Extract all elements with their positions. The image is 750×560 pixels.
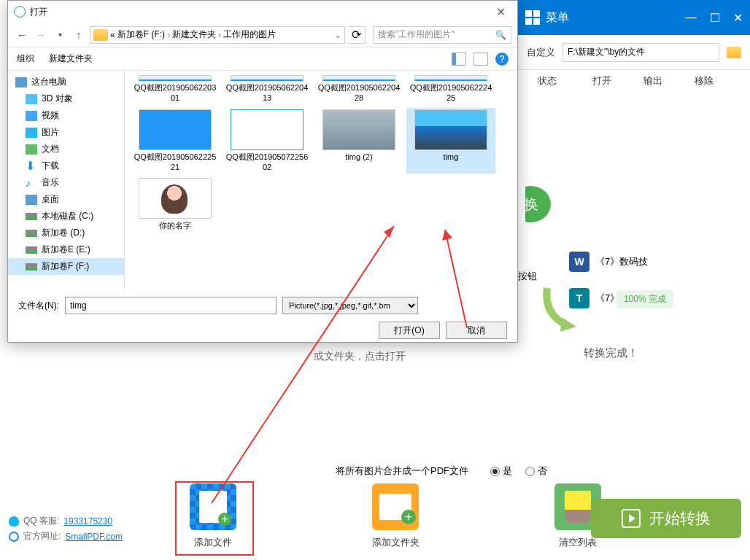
breadcrumb-folder-icon (93, 29, 108, 41)
file-label: timg (444, 152, 459, 162)
file-thumbnail (139, 109, 212, 150)
qq-icon (9, 516, 19, 526)
custom-label: 自定义 (527, 46, 555, 59)
browse-folder-icon[interactable] (727, 47, 741, 58)
output-path-input[interactable] (562, 43, 719, 62)
file-grid: QQ截图20190506220301QQ截图20190506220413QQ截图… (125, 71, 517, 289)
sidebar-drive-f[interactable]: 新加卷F (F:) (8, 258, 124, 275)
sidebar-drive-c[interactable]: 本地磁盘 (C:) (8, 208, 124, 225)
add-folder-icon (372, 483, 419, 530)
nav-recent-icon[interactable]: ▾ (52, 27, 68, 43)
dialog-close-icon[interactable]: ✕ (490, 5, 511, 19)
button-hint: 按钮 (518, 270, 537, 283)
merge-question: 将所有图片合并成一个PDF文件 (336, 464, 468, 478)
file-label: QQ截图20190506220428 (316, 82, 402, 104)
preview-pane-icon[interactable] (473, 52, 488, 66)
app-header: 菜单 — ☐ ✕ (518, 0, 750, 35)
ie-icon (9, 532, 19, 542)
radio-no[interactable]: 否 (525, 464, 547, 478)
window-controls: — ☐ ✕ (685, 11, 743, 25)
help-icon[interactable]: ? (495, 52, 509, 66)
file-label: QQ截图20190507225602 (224, 152, 310, 173)
menu-icon (525, 10, 540, 25)
complete-badge: 100% 完成 (616, 290, 673, 308)
nav-up-icon[interactable]: ↑ (71, 27, 87, 43)
dialog-title: 打开 (30, 6, 47, 18)
file-label: QQ截图20190506222521 (132, 152, 218, 173)
add-folder-button[interactable]: 添加文件夹 (355, 483, 436, 549)
file-thumbnail (414, 75, 487, 81)
filetype-select[interactable]: Picture(*.jpg,*.jpeg,*.gif,*.bm (282, 297, 418, 314)
site-link[interactable]: SmallPDF.com (65, 532, 123, 542)
nav-forward-icon[interactable]: → (33, 27, 49, 43)
refresh-icon[interactable]: ⟳ (348, 26, 366, 44)
radio-yes[interactable]: 是 (490, 464, 512, 478)
file-item[interactable]: timg (2) (314, 108, 403, 174)
sidebar-drive-d[interactable]: 新加卷 (D:) (8, 225, 124, 241)
sidebar-documents[interactable]: 文档 (8, 141, 124, 158)
nav-back-icon[interactable]: ← (14, 27, 30, 43)
col-open: 打开 (576, 74, 627, 88)
col-status: 状态 (518, 74, 576, 88)
filename-input[interactable] (65, 297, 277, 314)
app-toolbar: 自定义 (518, 35, 750, 70)
col-remove: 移除 (679, 74, 730, 88)
doc-w-label: 《7》数码技 (595, 255, 648, 268)
sidebar: 这台电脑 3D 对象 视频 图片 文档 ⬇下载 ♪音乐 桌面 本地磁盘 (C:)… (8, 71, 125, 289)
sidebar-music[interactable]: ♪音乐 (8, 174, 124, 191)
merge-option-row: 将所有图片合并成一个PDF文件 是 否 (336, 464, 547, 478)
file-thumbnail (139, 75, 212, 81)
footer-info: QQ 客服: 1933175230 官方网址: SmallPDF.com (9, 515, 123, 545)
file-thumbnail (414, 109, 487, 150)
complete-text: 转换完成！ (584, 346, 638, 360)
right-panel: 换 按钮 W 《7》数码技 T 《7》 100% 完成 转换完成！ (518, 95, 750, 459)
bottom-actions: 添加文件 添加文件夹 清空列表 (173, 483, 618, 549)
view-mode-icon[interactable] (452, 52, 466, 66)
file-item[interactable]: QQ截图20190506220413 (223, 74, 312, 105)
breadcrumb[interactable]: « 新加卷F (F:)› 新建文件夹› 工作用的图片 ⌄ (90, 26, 345, 44)
search-input[interactable]: 搜索"工作用的图片" 🔍 (373, 26, 511, 44)
menu-label: 菜单 (546, 10, 569, 26)
filename-label: 文件名(N): (18, 300, 59, 312)
dialog-toolbar: 组织 新建文件夹 ? (8, 47, 517, 71)
col-output: 输出 (627, 74, 679, 88)
file-open-dialog: 打开 ✕ ← → ▾ ↑ « 新加卷F (F:)› 新建文件夹› 工作用的图片 … (7, 0, 518, 343)
file-label: QQ截图20190506220301 (132, 82, 218, 104)
green-arrow-icon (540, 284, 584, 335)
file-item[interactable]: QQ截图20190506220428 (314, 74, 403, 105)
dialog-titlebar: 打开 ✕ (8, 1, 517, 23)
file-label: QQ截图20190506220413 (224, 82, 310, 104)
sidebar-3d-objects[interactable]: 3D 对象 (8, 90, 124, 107)
file-item[interactable]: QQ截图20190506222521 (131, 108, 220, 174)
open-button[interactable]: 打开(O) (379, 322, 440, 339)
search-icon: 🔍 (495, 30, 506, 40)
sidebar-videos[interactable]: 视频 (8, 107, 124, 124)
qq-link[interactable]: 1933175230 (63, 516, 112, 526)
minimize-icon[interactable]: — (685, 11, 697, 25)
sidebar-downloads[interactable]: ⬇下载 (8, 158, 124, 174)
sidebar-pictures[interactable]: 图片 (8, 124, 124, 141)
dialog-nav: ← → ▾ ↑ « 新加卷F (F:)› 新建文件夹› 工作用的图片 ⌄ ⟳ 搜… (8, 23, 517, 47)
add-file-icon (190, 483, 236, 530)
maximize-icon[interactable]: ☐ (710, 11, 720, 25)
add-file-button[interactable]: 添加文件 (173, 483, 253, 549)
start-convert-button[interactable]: 开始转换 (591, 499, 741, 538)
sidebar-drive-e[interactable]: 新加卷E (E:) (8, 241, 124, 258)
sidebar-this-pc[interactable]: 这台电脑 (8, 74, 124, 90)
cancel-button[interactable]: 取消 (446, 322, 507, 339)
drop-hint: 或文件夹，点击打开 (314, 350, 406, 363)
file-item[interactable]: QQ截图20190506222425 (406, 74, 495, 105)
file-thumbnail (231, 75, 304, 81)
column-headers: 状态 打开 输出 移除 (518, 70, 750, 92)
dialog-body: 这台电脑 3D 对象 视频 图片 文档 ⬇下载 ♪音乐 桌面 本地磁盘 (C:)… (8, 71, 517, 289)
organize-menu[interactable]: 组织 (17, 52, 34, 65)
file-item[interactable]: 你的名字 (131, 176, 220, 232)
play-icon (622, 509, 641, 528)
file-item[interactable]: timg (406, 108, 495, 174)
file-item[interactable]: QQ截图20190507225602 (223, 108, 312, 174)
sidebar-desktop[interactable]: 桌面 (8, 191, 124, 208)
file-item[interactable]: QQ截图20190506220301 (131, 74, 220, 105)
new-folder-button[interactable]: 新建文件夹 (49, 52, 93, 65)
close-icon[interactable]: ✕ (733, 11, 743, 25)
menu-button[interactable]: 菜单 (525, 10, 569, 26)
